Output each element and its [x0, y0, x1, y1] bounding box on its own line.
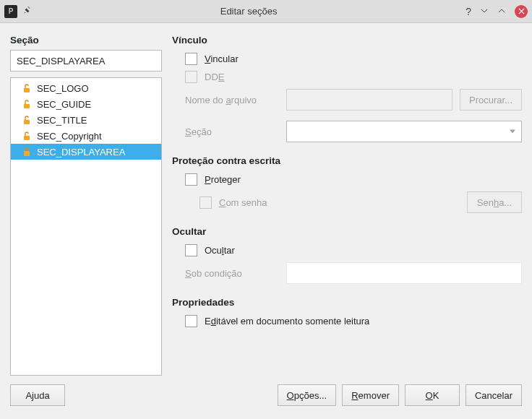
svg-rect-1: [24, 104, 30, 108]
list-item-label: SEC_GUIDE: [37, 99, 91, 110]
list-item[interactable]: SEC_Copyright: [11, 128, 161, 144]
section-name-input[interactable]: [10, 50, 162, 72]
svg-rect-0: [24, 88, 30, 92]
close-icon[interactable]: [515, 5, 528, 18]
options-button[interactable]: Opções...: [278, 384, 337, 406]
list-item-label: SEC_TITLE: [37, 115, 87, 126]
list-item-label: SEC_Copyright: [37, 131, 102, 142]
protect-checkbox[interactable]: [185, 173, 197, 186]
titlebar: P Editar seções ?: [0, 0, 532, 23]
maximize-icon[interactable]: [497, 7, 506, 17]
with-password-checkbox: [200, 196, 212, 209]
section-list[interactable]: SEC_LOGO SEC_GUIDE SEC_TITLE SEC_Copyrig…: [10, 77, 162, 376]
pin-icon[interactable]: [23, 6, 32, 17]
remove-button[interactable]: Remover: [342, 384, 399, 406]
list-item[interactable]: SEC_TITLE: [11, 112, 161, 128]
list-item[interactable]: SEC_DISPLAYAREA: [11, 144, 161, 160]
window-title: Editar seções: [32, 6, 466, 17]
lock-icon: [21, 146, 33, 157]
list-item[interactable]: SEC_LOGO: [11, 80, 161, 96]
password-button: Senha...: [467, 191, 522, 213]
ok-button[interactable]: OK: [405, 384, 460, 406]
browse-button: Procurar...: [460, 89, 522, 111]
unlock-icon: [21, 130, 33, 142]
cancel-button[interactable]: Cancelar: [466, 384, 522, 406]
link-section-label: Seção: [185, 126, 279, 137]
hide-heading: Ocultar: [172, 226, 522, 237]
with-password-label: Com senha: [219, 197, 267, 208]
section-heading: Seção: [10, 35, 162, 46]
svg-rect-4: [24, 151, 30, 156]
svg-rect-2: [24, 120, 30, 124]
editable-readonly-label: Editável em documento somente leitura: [205, 316, 369, 327]
filename-label: Nome do arquivo: [185, 95, 279, 105]
help-icon[interactable]: ?: [466, 7, 471, 17]
dde-label: DDE: [205, 72, 224, 82]
hide-label: Ocultar: [205, 245, 235, 256]
props-heading: Propriedades: [172, 297, 522, 308]
link-checkbox[interactable]: [185, 53, 197, 65]
condition-label: Sob condição: [185, 268, 279, 279]
link-section-select[interactable]: [286, 121, 522, 142]
unlock-icon: [21, 114, 33, 126]
unlock-icon: [21, 82, 33, 94]
list-item-label: SEC_DISPLAYAREA: [37, 147, 125, 157]
app-icon: P: [4, 5, 17, 18]
filename-input: [286, 89, 452, 111]
protect-label: Proteger: [205, 174, 241, 185]
editable-readonly-checkbox[interactable]: [185, 315, 197, 327]
minimize-icon[interactable]: [480, 7, 489, 17]
link-label: Vincular: [205, 53, 239, 64]
condition-input: [286, 262, 522, 284]
list-item[interactable]: SEC_GUIDE: [11, 96, 161, 112]
hide-checkbox[interactable]: [185, 244, 197, 256]
unlock-icon: [21, 98, 33, 110]
link-heading: Vínculo: [172, 35, 522, 46]
svg-rect-3: [24, 136, 30, 140]
list-item-label: SEC_LOGO: [37, 83, 89, 94]
protect-heading: Proteção contra escrita: [172, 155, 522, 166]
help-button[interactable]: Ajuda: [10, 384, 65, 406]
dde-checkbox: [185, 71, 197, 83]
